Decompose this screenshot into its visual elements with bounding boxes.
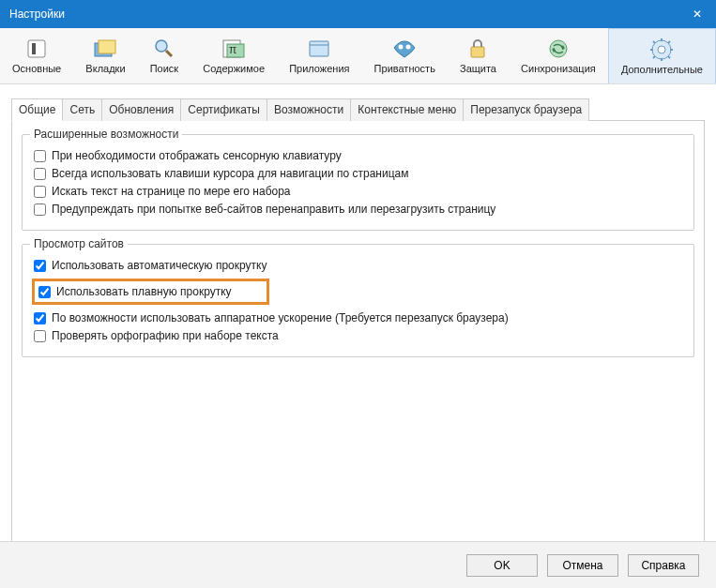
toolbar-label: Синхронизация (521, 63, 596, 74)
help-button[interactable]: Справка (628, 554, 699, 577)
checkbox-label[interactable]: При необходимости отображать сенсорную к… (52, 149, 342, 162)
toolbar-item-advanced[interactable]: Дополнительные (608, 28, 716, 83)
checkbox-row: Всегда использовать клавиши курсора для … (34, 167, 682, 180)
content-area: Общие Сеть Обновления Сертификаты Возмож… (0, 84, 716, 588)
checkbox-search-as-type[interactable] (34, 186, 46, 198)
checkbox-row: При необходимости отображать сенсорную к… (34, 149, 682, 162)
privacy-icon (391, 38, 418, 60)
checkbox-label[interactable]: Использовать плавную прокрутку (56, 285, 232, 298)
panel-general: Расширенные возможности При необходимост… (11, 121, 705, 588)
svg-point-4 (156, 40, 167, 52)
tab-certificates[interactable]: Сертификаты (180, 98, 267, 121)
toolbar-label: Дополнительные (621, 64, 703, 75)
svg-rect-13 (471, 47, 484, 57)
toolbar-label: Приложения (289, 63, 349, 74)
toolbar-item-privacy[interactable]: Приватность (362, 28, 448, 83)
toolbar-label: Основные (12, 63, 61, 74)
toolbar-label: Защита (460, 63, 496, 74)
svg-line-26 (668, 41, 670, 43)
search-icon (151, 38, 177, 60)
svg-line-5 (166, 51, 172, 56)
toolbar-label: Вкладки (85, 63, 125, 74)
svg-rect-0 (28, 40, 45, 57)
tab-context-menus[interactable]: Контекстные меню (350, 98, 464, 121)
checkbox-label[interactable]: Использовать автоматическую прокрутку (52, 259, 267, 272)
toolbar-item-search[interactable]: Поиск (138, 28, 191, 83)
close-icon: ✕ (693, 8, 702, 21)
tab-restart-browser[interactable]: Перезапуск браузера (463, 98, 589, 121)
checkbox-label[interactable]: По возможности использовать аппаратное у… (52, 311, 509, 324)
checkbox-label[interactable]: Всегда использовать клавиши курсора для … (52, 167, 408, 180)
checkbox-label[interactable]: Предупреждать при попытке веб-сайтов пер… (52, 203, 495, 216)
checkbox-spellcheck[interactable] (34, 330, 46, 342)
svg-rect-3 (99, 40, 115, 53)
window-title: Настройки (9, 8, 65, 21)
tab-general[interactable]: Общие (11, 98, 63, 121)
checkbox-cursor-keys[interactable] (34, 168, 46, 180)
toolbar-item-security[interactable]: Защита (448, 28, 509, 83)
checkbox-onscreen-keyboard[interactable] (34, 150, 46, 162)
toolbar-item-main[interactable]: Основные (0, 28, 73, 83)
toolbar-item-sync[interactable]: Синхронизация (509, 28, 608, 83)
toolbar-item-tabs[interactable]: Вкладки (73, 28, 137, 83)
svg-rect-9 (310, 41, 328, 56)
checkbox-hw-accel[interactable] (34, 312, 46, 324)
checkbox-row: Проверять орфографию при наборе текста (34, 329, 682, 342)
svg-rect-1 (32, 43, 36, 54)
checkbox-row: Использовать автоматическую прокрутку (34, 259, 682, 272)
tab-features[interactable]: Возможности (267, 98, 351, 121)
advanced-icon (648, 38, 675, 61)
tab-network[interactable]: Сеть (62, 98, 102, 121)
tab-updates[interactable]: Обновления (101, 98, 181, 121)
group-legend: Просмотр сайтов (30, 237, 128, 250)
svg-point-12 (406, 45, 411, 50)
checkbox-row: Искать текст на странице по мере его наб… (34, 185, 682, 198)
svg-text:π: π (229, 43, 236, 56)
checkbox-label[interactable]: Искать текст на странице по мере его наб… (52, 185, 291, 198)
checkbox-row: Использовать плавную прокрутку (38, 285, 263, 298)
group-legend: Расширенные возможности (30, 128, 182, 141)
svg-point-11 (399, 45, 404, 50)
checkbox-row: Предупреждать при попытке веб-сайтов пер… (34, 203, 682, 216)
close-button[interactable]: ✕ (678, 0, 716, 28)
toolbar-item-apps[interactable]: Приложения (277, 28, 361, 83)
svg-line-24 (668, 56, 670, 58)
titlebar: Настройки ✕ (0, 0, 716, 28)
checkbox-row: По возможности использовать аппаратное у… (34, 311, 682, 324)
checkbox-autoscroll[interactable] (34, 260, 46, 272)
checkbox-warn-redirect[interactable] (34, 204, 46, 216)
svg-line-23 (653, 41, 655, 43)
content-icon: π (221, 38, 247, 60)
security-icon (465, 38, 491, 60)
toolbar-label: Приватность (374, 63, 435, 74)
cancel-button[interactable]: Отмена (547, 554, 618, 577)
group-advanced-features: Расширенные возможности При необходимост… (22, 134, 694, 231)
toolbar-label: Поиск (150, 63, 178, 74)
tabs-icon (92, 38, 118, 60)
toolbar: Основные Вкладки Поиск π Содержимое Прил… (0, 28, 716, 84)
highlighted-option: Использовать плавную прокрутку (32, 279, 269, 305)
sync-icon (545, 38, 571, 60)
svg-point-14 (550, 40, 567, 57)
svg-point-18 (658, 46, 665, 53)
apps-icon (306, 38, 332, 60)
checkbox-smooth-scroll[interactable] (38, 286, 51, 298)
checkbox-label[interactable]: Проверять орфографию при наборе текста (52, 329, 279, 342)
footer: OK Отмена Справка (0, 541, 716, 588)
toolbar-label: Содержимое (203, 63, 265, 74)
ok-button[interactable]: OK (466, 554, 538, 577)
svg-line-25 (653, 56, 655, 58)
group-browsing: Просмотр сайтов Использовать автоматичес… (22, 244, 694, 357)
toolbar-item-content[interactable]: π Содержимое (190, 28, 277, 83)
switch-icon (23, 38, 50, 60)
subtabs: Общие Сеть Обновления Сертификаты Возмож… (11, 98, 705, 121)
